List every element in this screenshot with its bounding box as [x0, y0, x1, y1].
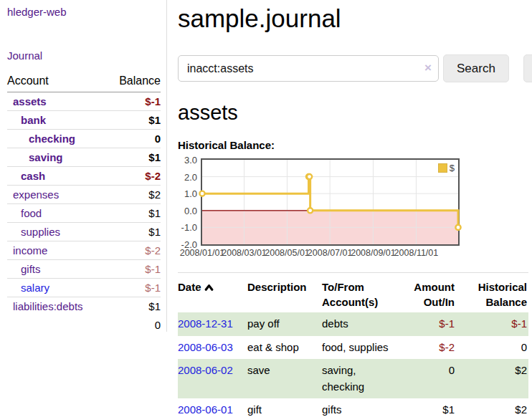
- account-balance: $-1: [106, 260, 161, 279]
- x-axis-tick-label: 2008/09/01: [351, 248, 396, 258]
- account-balance: $-2: [106, 167, 161, 186]
- transaction-accounts: gifts: [322, 398, 403, 417]
- register-header-balance: Historical Balance: [460, 273, 528, 313]
- register-header-accounts: To/From Account(s): [322, 273, 403, 313]
- x-axis-tick-label: 2008/03/01: [222, 248, 267, 258]
- chart-plot-area: $: [201, 158, 460, 246]
- transaction-accounts: saving, checking: [322, 359, 403, 398]
- account-row: supplies$1: [7, 223, 161, 241]
- app-title-link[interactable]: hledger-web: [7, 6, 161, 18]
- transaction-row: 2008-06-03eat & shopfood, supplies$-20: [178, 336, 528, 360]
- y-axis-tick-label: 3.0: [178, 155, 197, 165]
- account-row: checking0: [7, 130, 161, 148]
- sidebar-item-journal[interactable]: Journal: [7, 49, 161, 62]
- chart-legend: $: [438, 163, 455, 173]
- x-axis-tick-label: 2008/05/01: [265, 248, 310, 258]
- register-header-description: Description: [247, 273, 322, 313]
- account-row: expenses$2: [7, 186, 161, 204]
- help-button[interactable]: ?: [523, 54, 532, 82]
- legend-swatch-icon: [438, 163, 447, 173]
- account-balance: $-1: [106, 92, 161, 111]
- accounts-total-row: 0: [7, 315, 161, 335]
- account-row: saving$1: [7, 148, 161, 167]
- account-link[interactable]: expenses: [13, 188, 59, 201]
- account-row: salary$-1: [7, 279, 161, 297]
- search-input[interactable]: [178, 55, 439, 82]
- transaction-description: save: [247, 359, 322, 398]
- transaction-balance: $-1: [460, 312, 528, 336]
- account-link[interactable]: salary: [21, 282, 49, 294]
- transaction-date-cell: 2008-06-02: [178, 359, 247, 398]
- x-axis-tick-label: 2008/01/01: [180, 248, 225, 258]
- transaction-date-cell: 2008-06-01: [178, 398, 247, 417]
- transaction-date-link[interactable]: 2008-06-01: [178, 403, 233, 416]
- account-link[interactable]: food: [21, 207, 42, 219]
- transaction-accounts: food, supplies: [322, 336, 403, 360]
- accounts-total-value: 0: [106, 315, 161, 335]
- account-link[interactable]: checking: [29, 133, 75, 145]
- account-link[interactable]: bank: [21, 114, 46, 126]
- account-row: gifts$-1: [7, 260, 161, 279]
- account-balance: $1: [106, 204, 161, 223]
- account-link[interactable]: gifts: [21, 263, 41, 275]
- account-heading: assets: [178, 101, 532, 125]
- transaction-description: eat & shop: [247, 336, 322, 360]
- y-axis-tick-label: 1.0: [178, 189, 197, 198]
- search-form: × Search ?: [178, 54, 532, 82]
- transaction-description: gift: [247, 398, 322, 417]
- legend-label: $: [450, 163, 455, 173]
- hledger-web-app: hledger-web Journal Account Balance asse…: [0, 0, 532, 417]
- account-row: income$-2: [7, 241, 161, 260]
- register-header-amount: Amount Out/In: [403, 273, 460, 313]
- account-balance: $1: [106, 148, 161, 167]
- transaction-date-cell: 2008-06-03: [178, 336, 247, 360]
- transaction-balance: $2: [460, 398, 528, 417]
- transaction-date-link[interactable]: 2008-06-03: [178, 341, 233, 353]
- transaction-balance: $2: [460, 359, 528, 398]
- account-balance: $1: [106, 297, 161, 316]
- register-table: Date Description To/From Account(s) Amou…: [178, 272, 528, 417]
- account-row: food$1: [7, 204, 161, 223]
- balance-chart: 3.02.01.00.0-1.0-2.0 $ 2008/01/012008/03…: [178, 158, 465, 261]
- account-link[interactable]: liabilities:debts: [13, 300, 83, 312]
- y-axis-tick-label: -1.0: [178, 223, 197, 232]
- transaction-accounts: debts: [322, 312, 403, 336]
- account-row: bank$1: [7, 111, 161, 130]
- account-balance: $1: [106, 111, 161, 130]
- account-link[interactable]: cash: [21, 170, 45, 182]
- x-axis-tick-label: 2008/11/01: [394, 248, 439, 258]
- sort-asc-icon: [204, 279, 214, 294]
- account-balance: $-1: [106, 279, 161, 297]
- chart-title: Historical Balance:: [178, 139, 532, 151]
- page-title: sample.journal: [178, 4, 532, 33]
- account-balance: 0: [106, 130, 161, 148]
- transaction-date-link[interactable]: 2008-12-31: [178, 317, 233, 330]
- chart-svg: [202, 160, 458, 244]
- register-header-row: Date Description To/From Account(s) Amou…: [178, 273, 528, 313]
- register-header-date[interactable]: Date: [178, 273, 247, 313]
- transaction-row: 2008-12-31pay offdebts$-1$-1: [178, 312, 528, 336]
- transaction-description: pay off: [247, 312, 322, 336]
- transaction-row: 2008-06-01giftgifts$1$2: [178, 398, 528, 417]
- accounts-table: Account Balance assets$-1bank$1checking0…: [7, 72, 161, 335]
- transaction-amount: $-2: [403, 336, 460, 360]
- account-balance: $1: [106, 223, 161, 241]
- account-link[interactable]: assets: [13, 95, 47, 107]
- y-axis-tick-label: 2.0: [178, 173, 197, 182]
- transaction-date-link[interactable]: 2008-06-02: [178, 364, 233, 376]
- account-link[interactable]: supplies: [21, 226, 60, 238]
- account-link[interactable]: income: [13, 244, 47, 257]
- account-row: assets$-1: [7, 92, 161, 111]
- account-row: cash$-2: [7, 167, 161, 186]
- account-row: liabilities:debts$1: [7, 297, 161, 316]
- main-content: sample.journal × Search ? assets Histori…: [167, 0, 532, 417]
- search-button[interactable]: Search: [443, 54, 509, 82]
- transaction-amount: $1: [403, 398, 460, 417]
- x-axis-tick-label: 2008/07/01: [308, 248, 353, 258]
- transaction-amount: $-1: [403, 312, 460, 336]
- transaction-row: 2008-06-02savesaving, checking0$2: [178, 359, 528, 398]
- clear-search-icon[interactable]: ×: [424, 62, 432, 74]
- transaction-amount: 0: [403, 359, 460, 398]
- sidebar: hledger-web Journal Account Balance asse…: [0, 0, 167, 332]
- account-link[interactable]: saving: [29, 151, 63, 163]
